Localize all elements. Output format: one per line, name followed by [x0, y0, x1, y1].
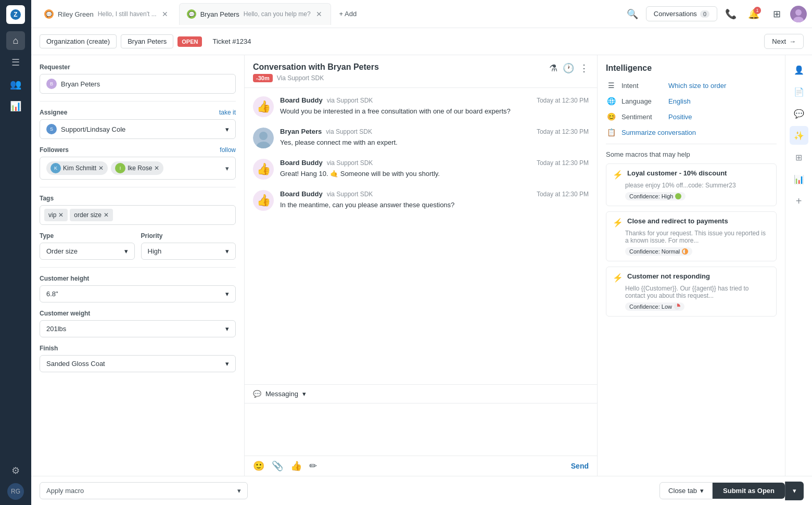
macro-3-confidence-label: Confidence: Low: [629, 304, 672, 310]
conversation-header: Conversation with Bryan Peters -30m Via …: [245, 55, 597, 88]
nav-settings[interactable]: ⚙: [6, 461, 25, 480]
message-2-text: Yes, please connect me with an expert.: [280, 137, 589, 148]
finish-chevron-icon: ▾: [225, 360, 229, 368]
requester-input[interactable]: B Bryan Peters: [40, 74, 236, 94]
assignee-avatar: S: [46, 124, 57, 134]
followers-chevron-icon[interactable]: ▾: [225, 165, 229, 172]
type-dropdown[interactable]: Order size ▾: [40, 243, 135, 260]
next-button[interactable]: Next →: [764, 34, 804, 49]
messages-area: 👍 Board Buddy via Support SDK Today at 1…: [245, 88, 597, 384]
message-2-header: Bryan Peters via Support SDK Today at 12…: [280, 128, 589, 135]
intent-value[interactable]: Which size to order: [668, 82, 726, 90]
phone-button[interactable]: 📞: [721, 5, 740, 23]
message-4-sender: Board Buddy: [280, 190, 323, 198]
message-3-sender: Board Buddy: [280, 159, 323, 167]
macro-card-2[interactable]: ⚡ Close and redirect to payments Thanks …: [606, 211, 777, 261]
reply-channel-selector[interactable]: 💬 Messaging ▾: [245, 385, 597, 403]
submit-button[interactable]: Submit as Open: [713, 483, 785, 499]
finish-dropdown[interactable]: Sanded Gloss Coat ▾: [40, 355, 236, 372]
analytics-icon-btn[interactable]: 📊: [790, 170, 808, 188]
sentiment-value[interactable]: Positive: [668, 113, 692, 121]
customer-weight-field: Customer weight 201lbs ▾: [40, 310, 236, 337]
conversations-label: Conversations: [654, 10, 697, 18]
tab-bryan-close[interactable]: ✕: [315, 9, 323, 19]
macro-2-confidence-dot: [682, 248, 688, 255]
apps-icon-btn[interactable]: ⊞: [790, 148, 808, 167]
intelligence-title: Intelligence: [606, 64, 777, 73]
send-button[interactable]: Send: [571, 462, 589, 470]
conversation-icon-btn[interactable]: 💬: [790, 104, 808, 123]
message-3-text: Great! Hang 10. 🤙 Someone will be with y…: [280, 169, 589, 179]
logo[interactable]: Z: [6, 5, 25, 24]
nav-home[interactable]: ⌂: [6, 31, 25, 50]
reply-textarea[interactable]: [245, 403, 597, 456]
breadcrumb: Organization (create) Bryan Peters OPEN …: [31, 28, 812, 55]
macro-1-desc: please enjoy 10% off...code: Summer23: [613, 182, 770, 189]
macro-card-1[interactable]: ⚡ Loyal customer - 10% discount please e…: [606, 163, 777, 206]
summarize-link[interactable]: Summarize conversation: [621, 129, 696, 136]
macro-card-3[interactable]: ⚡ Customer not responding Hello {{Custom…: [606, 267, 777, 317]
right-panel: Intelligence ☰ Intent Which size to orde…: [598, 55, 785, 476]
message-3: 👍 Board Buddy via Support SDK Today at 1…: [253, 159, 589, 180]
requester-avatar: B: [46, 79, 57, 89]
search-button[interactable]: 🔍: [623, 5, 642, 23]
profile-icon-btn[interactable]: 👤: [790, 60, 808, 79]
message-1-sender: Board Buddy: [280, 96, 323, 104]
tags-container[interactable]: vip ✕ order size ✕: [40, 205, 236, 225]
nav-tickets[interactable]: ☰: [6, 53, 25, 72]
macro-2-name: Close and redirect to payments: [627, 217, 728, 225]
intelligence-icon-btn[interactable]: ✨: [790, 126, 808, 145]
requester-field: Requester B Bryan Peters: [40, 64, 236, 94]
message-3-content: Board Buddy via Support SDK Today at 12:…: [280, 159, 589, 179]
close-tab-button[interactable]: Close tab ▾: [659, 482, 713, 499]
filter-icon[interactable]: ⚗: [549, 62, 557, 74]
customer-weight-dropdown[interactable]: 201lbs ▾: [40, 320, 236, 337]
macro-1-confidence-dot: [675, 193, 681, 199]
more-icon[interactable]: ⋮: [579, 62, 589, 74]
breadcrumb-org[interactable]: Organization (create): [40, 34, 117, 48]
svg-point-3: [795, 9, 802, 16]
tab-riley-preview: Hello, I still haven't ...: [98, 10, 157, 18]
language-value[interactable]: English: [668, 97, 691, 105]
nav-user[interactable]: RG: [7, 483, 24, 500]
submit-arrow-button[interactable]: ▾: [785, 482, 804, 500]
add-icon-btn[interactable]: +: [790, 192, 808, 210]
conversation-title: Conversation with Bryan Peters: [253, 62, 379, 72]
conversations-button[interactable]: Conversations 0: [646, 6, 717, 21]
tab-riley-close[interactable]: ✕: [161, 9, 169, 19]
thumbsup-icon[interactable]: 👍: [290, 460, 302, 472]
take-it-link[interactable]: take it: [219, 109, 236, 116]
notifications-button[interactable]: 🔔 1: [744, 5, 763, 23]
customer-height-label: Customer height: [40, 275, 236, 282]
breadcrumb-person[interactable]: Bryan Peters: [121, 34, 173, 48]
priority-dropdown[interactable]: High ▾: [141, 243, 236, 260]
context-icon-btn[interactable]: 📄: [790, 82, 808, 101]
tags-label: Tags: [40, 195, 236, 202]
apps-button[interactable]: ⊞: [767, 5, 786, 23]
add-tab-button[interactable]: + Add: [333, 5, 363, 23]
follow-link[interactable]: follow: [220, 146, 236, 154]
nav-contacts[interactable]: 👥: [6, 75, 25, 94]
remove-kim-button[interactable]: ✕: [98, 165, 104, 172]
message-1-content: Board Buddy via Support SDK Today at 12:…: [280, 96, 589, 117]
remove-ike-button[interactable]: ✕: [154, 165, 159, 172]
nav-reports[interactable]: 📊: [6, 97, 25, 116]
message-1-time: Today at 12:30 PM: [537, 97, 589, 104]
remove-order-size-tag[interactable]: ✕: [104, 211, 109, 219]
message-2: Bryan Peters via Support SDK Today at 12…: [253, 128, 589, 148]
tab-bryan[interactable]: 💬 Bryan Peters Hello, can you help me? ✕: [179, 3, 331, 25]
history-icon[interactable]: 🕐: [563, 62, 574, 74]
attachment-icon[interactable]: 📎: [272, 460, 283, 472]
assignee-dropdown[interactable]: S Support/Lindsay Cole ▾: [40, 119, 236, 139]
signature-icon[interactable]: ✏: [309, 460, 317, 472]
tab-riley[interactable]: 💬 Riley Green Hello, I still haven't ...…: [36, 3, 177, 25]
macro-3-confidence: Confidence: Low: [625, 302, 684, 311]
apply-macro-label: Apply macro: [46, 487, 84, 495]
customer-height-dropdown[interactable]: 6.8" ▾: [40, 285, 236, 302]
apply-macro-dropdown[interactable]: Apply macro ▾: [40, 482, 248, 499]
user-avatar[interactable]: [790, 6, 807, 22]
bottom-right-actions: Close tab ▾ Submit as Open ▾: [659, 482, 804, 500]
remove-vip-tag[interactable]: ✕: [58, 211, 64, 219]
breadcrumb-ticket: Ticket #1234: [206, 35, 257, 48]
emoji-icon[interactable]: 🙂: [253, 460, 264, 472]
